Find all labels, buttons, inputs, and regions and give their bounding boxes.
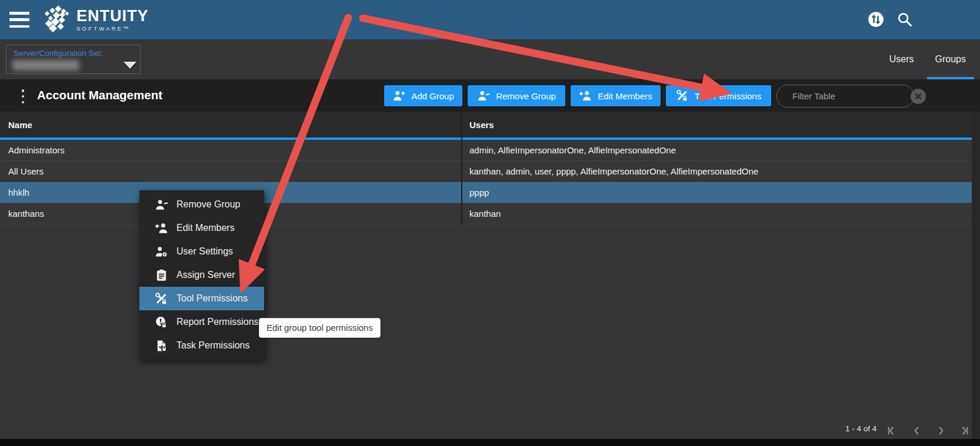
edit-members-button[interactable]: Edit Members [571,85,661,106]
search-icon[interactable] [896,11,913,28]
server-config-value-redacted [12,60,79,71]
chevron-down-icon [124,62,136,69]
scrollbar-gutter [972,112,980,439]
person-remove-icon [477,89,490,102]
menu-item-label: User Settings [176,246,233,257]
tools-lock-icon [155,292,168,306]
tools-lock-icon [676,89,689,102]
cell-group-users: kanthan, admin, user, pppp, AlfieImperso… [469,161,758,182]
clipboard-icon [155,269,168,282]
cell-group-users: pppp [469,182,489,203]
swap-vertical-icon[interactable] [868,11,884,28]
page-title: Account Management [37,88,162,102]
add-group-button[interactable]: Add Group [384,85,462,106]
close-icon [915,93,922,100]
last-page-icon[interactable] [958,424,971,437]
remove-group-button[interactable]: Remove Group [468,85,565,106]
sub-header-bar: Server/Configuration Set: Users Groups [0,39,980,79]
cell-group-name: kanthans [8,203,44,224]
menu-item-edit-members[interactable]: Edit Members [139,216,264,240]
menu-item-tool-permissions[interactable]: Tool Permissions [139,287,264,310]
group-context-menu: Remove Group Edit Members User Settings … [139,190,264,360]
menu-item-label: Report Permissions [176,317,259,327]
menu-item-report-permissions[interactable]: Report Permissions [139,310,264,334]
menu-item-task-permissions[interactable]: Task Permissions [139,334,264,357]
cell-group-name: All Users [8,161,44,182]
entuity-logo: ENTUITY SOFTWARE™ [41,5,149,33]
pagination-range: 1 - 4 of 4 [845,424,876,433]
task-lock-icon [155,339,168,353]
top-app-bar: ENTUITY SOFTWARE™ [0,0,980,39]
column-header-name[interactable]: Name [8,112,32,138]
logo-diamonds-icon [41,5,72,33]
person-edit-icon [579,89,592,102]
bottom-bar [0,439,980,446]
button-label: Remove Group [496,91,556,101]
report-lock-icon [155,316,168,329]
cell-group-name: hhklh [8,182,29,203]
server-config-dropdown[interactable]: Server/Configuration Set: [6,45,141,74]
app-window: ENTUITY SOFTWARE™ Server/Configuration S… [0,0,980,446]
logo-title: ENTUITY [76,7,149,25]
menu-item-label: Edit Members [176,223,235,233]
button-label: Edit Members [598,91,652,101]
cell-group-users: kanthan [469,203,501,224]
person-add-icon [392,89,405,102]
table-header-row: Name Users [0,112,972,138]
server-config-label: Server/Configuration Set: [14,49,103,58]
filter-table-field [776,85,914,108]
menu-item-label: Task Permissions [176,340,249,351]
menu-item-label: Tool Permissions [176,293,248,304]
chevron-right-icon[interactable] [935,424,948,437]
menu-item-label: Remove Group [176,199,241,210]
tab-groups[interactable]: Groups [925,39,976,79]
user-settings-icon [155,245,168,259]
menu-item-assign-server[interactable]: Assign Server [139,263,264,287]
table-row[interactable]: All Users kanthan, admin, user, pppp, Al… [0,161,972,182]
tab-users[interactable]: Users [879,39,925,79]
menu-item-label: Assign Server [176,270,235,280]
menu-item-user-settings[interactable]: User Settings [139,240,264,263]
chevron-left-icon[interactable] [910,424,923,437]
tool-permissions-button[interactable]: Tool Permissions [666,85,771,106]
button-label: Tool Permissions [695,91,761,101]
menu-item-remove-group[interactable]: Remove Group [139,193,264,216]
kebab-menu-icon[interactable] [19,89,27,103]
person-remove-icon [155,198,168,212]
filter-table-input[interactable] [791,90,911,102]
person-edit-icon [155,222,168,235]
menu-icon[interactable] [9,12,29,28]
cell-group-users: admin, AlfieImpersonatorOne, AlfieImpers… [469,140,676,160]
column-header-users[interactable]: Users [469,112,494,138]
tooltip: Edit group tool permissions [259,318,381,338]
cell-group-name: Administrators [8,140,65,160]
account-tabs: Users Groups [879,39,976,79]
logo-subtitle: SOFTWARE™ [76,25,149,32]
column-divider [461,112,462,224]
first-page-icon[interactable] [885,424,898,437]
clear-filter-button[interactable] [911,89,926,104]
button-label: Add Group [411,91,454,101]
table-row[interactable]: Administrators admin, AlfieImpersonatorO… [0,140,972,161]
